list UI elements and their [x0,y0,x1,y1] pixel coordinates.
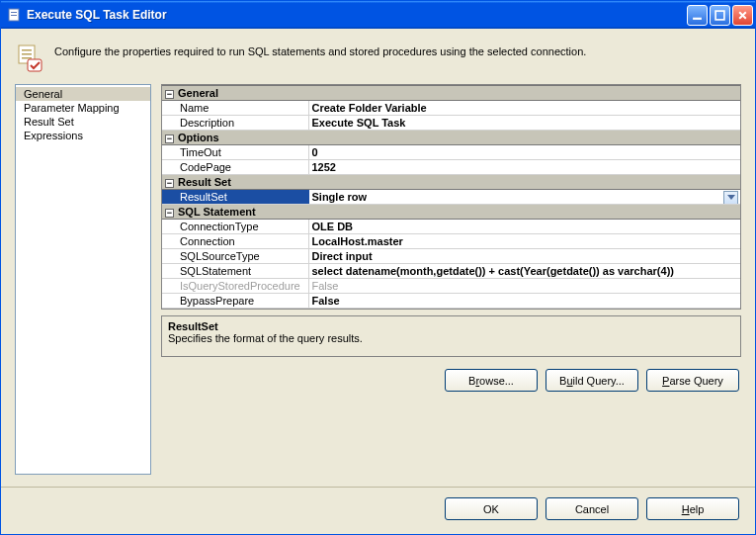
prop-label: Description [162,116,308,131]
prop-resultset[interactable]: ResultSet Single row [162,190,740,205]
prop-value[interactable]: Direct input [308,249,740,264]
help-button[interactable]: Help [646,497,739,520]
nav-item-general[interactable]: General [16,87,150,101]
prop-value[interactable]: select datename(month,getdate()) + cast(… [308,264,740,279]
prop-label: CodePage [162,160,308,175]
category-general[interactable]: −General [162,86,740,101]
parse-query-button[interactable]: Parse Query [646,369,739,392]
titlebar[interactable]: Execute SQL Task Editor [1,1,755,29]
description-title: ResultSet [168,320,734,332]
svg-rect-3 [693,17,702,19]
prop-label: IsQueryStoredProcedure [162,279,308,294]
dropdown-button[interactable] [723,191,738,205]
category-label: Options [178,132,219,143]
prop-label: ResultSet [162,190,308,205]
build-query-button[interactable]: Build Query... [546,369,638,392]
app-icon [7,7,23,23]
dialog-window: Execute SQL Task Editor Configure the pr… [0,0,756,535]
description-text: Specifies the format of the query result… [168,332,734,344]
prop-value[interactable]: Execute SQL Task [308,116,740,131]
svg-rect-4 [715,11,724,20]
close-button[interactable] [732,5,753,26]
collapse-icon[interactable]: − [165,134,174,143]
prop-value[interactable]: False [308,294,740,309]
prop-isquerystoredproc: IsQueryStoredProcedureFalse [162,279,740,294]
category-sql-statement[interactable]: −SQL Statement [162,205,740,220]
prop-name[interactable]: NameCreate Folder Variable [162,101,740,116]
window-title: Execute SQL Task Editor [27,8,687,22]
prop-value[interactable]: 1252 [308,160,740,175]
prop-label: TimeOut [162,145,308,160]
svg-rect-2 [11,15,17,16]
prop-codepage[interactable]: CodePage1252 [162,160,740,175]
svg-rect-6 [22,49,32,51]
prop-label: BypassPrepare [162,294,308,309]
ok-button[interactable]: OK [445,497,538,520]
prop-value[interactable]: Single row [308,190,740,205]
collapse-icon[interactable]: − [165,179,174,188]
prop-bypassprepare[interactable]: BypassPrepareFalse [162,294,740,309]
right-column: −General NameCreate Folder Variable Desc… [161,84,741,475]
maximize-button[interactable] [710,5,730,26]
task-icon [15,43,46,74]
prop-label: Connection [162,234,308,249]
nav-item-expressions[interactable]: Expressions [16,129,150,142]
svg-rect-9 [28,59,42,71]
category-label: SQL Statement [178,206,256,218]
body: General Parameter Mapping Result Set Exp… [1,84,755,487]
category-label: Result Set [178,176,231,188]
prop-value[interactable]: OLE DB [308,220,740,234]
prop-connectiontype[interactable]: ConnectionTypeOLE DB [162,220,740,234]
prop-sqlsourcetype[interactable]: SQLSourceTypeDirect input [162,249,740,264]
cancel-button[interactable]: Cancel [546,497,638,520]
minimize-button[interactable] [687,5,708,26]
prop-value-text: Single row [312,191,368,203]
prop-timeout[interactable]: TimeOut0 [162,145,740,160]
browse-button[interactable]: Browse... [445,369,538,392]
query-buttons: Browse... Build Query... Parse Query [161,369,741,392]
prop-sqlstatement[interactable]: SQLStatementselect datename(month,getdat… [162,264,740,279]
nav-item-result-set[interactable]: Result Set [16,115,150,129]
prop-value[interactable]: 0 [308,145,740,160]
prop-value[interactable]: Create Folder Variable [308,101,740,116]
window-controls [687,5,753,26]
category-result-set[interactable]: −Result Set [162,175,740,190]
prop-value: False [308,279,740,294]
property-grid: −General NameCreate Folder Variable Desc… [161,84,741,310]
prop-connection[interactable]: ConnectionLocalHost.master [162,234,740,249]
nav-panel: General Parameter Mapping Result Set Exp… [15,84,151,475]
header: Configure the properties required to run… [1,29,755,84]
prop-label: Name [162,101,308,116]
description-panel: ResultSet Specifies the format of the qu… [161,315,741,357]
svg-rect-1 [11,12,17,13]
prop-label: ConnectionType [162,220,308,234]
category-options[interactable]: −Options [162,131,740,145]
header-description: Configure the properties required to run… [54,43,586,57]
category-label: General [178,87,218,99]
prop-label: SQLSourceType [162,249,308,264]
collapse-icon[interactable]: − [165,209,174,218]
prop-label: SQLStatement [162,264,308,279]
prop-value[interactable]: LocalHost.master [308,234,740,249]
collapse-icon[interactable]: − [165,90,174,99]
svg-rect-8 [22,57,32,59]
nav-item-parameter-mapping[interactable]: Parameter Mapping [16,101,150,115]
dialog-footer: OK Cancel Help [1,487,755,534]
prop-description[interactable]: DescriptionExecute SQL Task [162,116,740,131]
svg-rect-7 [22,53,32,55]
